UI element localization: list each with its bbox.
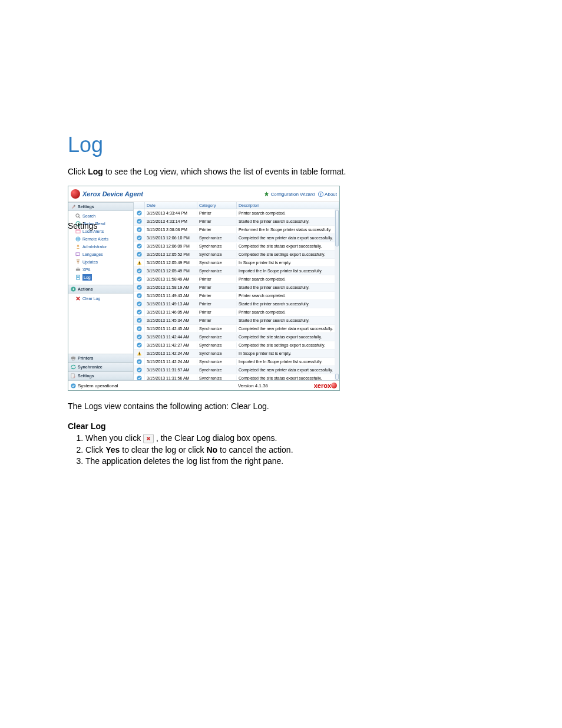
table-row[interactable]: 3/15/2013 2:08:08 PMPrinterPerformed the… xyxy=(134,226,339,234)
nav-item-xpa[interactable]: XPA xyxy=(68,266,133,274)
cell-description: Printer search completed. xyxy=(237,309,339,315)
status-text: System operational xyxy=(78,383,118,388)
updates-icon xyxy=(75,259,81,265)
nav-synchronize[interactable]: Synchronize xyxy=(68,363,133,371)
table-row[interactable]: 3/15/2013 11:49:13 AMPrinterStarted the … xyxy=(134,300,339,308)
table-row[interactable]: 3/15/2013 11:58:49 AMPrinterPrinter sear… xyxy=(134,275,339,284)
nav-item-log[interactable]: Log xyxy=(68,274,133,281)
xerox-brand-logo: xerox xyxy=(314,382,331,389)
cell-category: Printer xyxy=(197,318,237,324)
nav-printers[interactable]: Printers xyxy=(68,354,133,363)
col-description[interactable]: Description xyxy=(237,202,339,209)
info-icon xyxy=(134,366,145,374)
table-row[interactable]: 3/15/2013 12:05:49 PMSynchronizeImported… xyxy=(134,267,339,275)
info-icon xyxy=(134,300,145,308)
col-icon[interactable] xyxy=(134,202,145,209)
info-icon xyxy=(134,358,145,365)
info-icon xyxy=(134,341,145,349)
remote-alerts-icon xyxy=(75,236,81,242)
clear-log-action[interactable]: Clear Log xyxy=(68,295,133,302)
table-row[interactable]: 3/15/2013 12:06:09 PMSynchronizeComplete… xyxy=(134,242,339,251)
cell-description: In Scope printer list is empty. xyxy=(237,351,339,357)
xerox-ball-icon xyxy=(331,383,337,388)
cell-category: Printer xyxy=(197,227,237,233)
table-row[interactable]: 3/15/2013 11:45:34 AMPrinterStarted the … xyxy=(134,317,339,325)
table-row[interactable]: 3/15/2013 11:46:05 AMPrinterPrinter sear… xyxy=(134,308,339,317)
table-row[interactable]: 3/15/2013 11:42:27 AMSynchronizeComplete… xyxy=(134,341,339,350)
warning-icon xyxy=(134,350,145,357)
table-row[interactable]: 3/15/2013 12:05:49 PMSynchronizeIn Scope… xyxy=(134,259,339,267)
cell-date: 3/15/2013 11:42:24 AM xyxy=(145,359,197,365)
cell-category: Synchronize xyxy=(197,268,237,274)
info-icon xyxy=(134,242,145,250)
app-titlebar: Xerox Device Agent Configuration Wizard … xyxy=(68,186,339,202)
svg-point-2 xyxy=(320,192,322,193)
table-row[interactable]: 3/15/2013 11:31:56 AMSynchronizeComplete… xyxy=(134,374,339,380)
table-row[interactable]: 3/15/2013 11:49:43 AMPrinterPrinter sear… xyxy=(134,292,339,300)
info-icon xyxy=(134,325,145,332)
svg-rect-14 xyxy=(76,253,80,256)
svg-rect-3 xyxy=(320,194,321,196)
cell-date: 3/15/2013 11:42:24 AM xyxy=(145,351,197,357)
table-row[interactable]: 3/15/2013 11:58:19 AMPrinterStarted the … xyxy=(134,284,339,292)
table-row[interactable]: 3/15/2013 4:33:14 PMPrinterStarted the p… xyxy=(134,218,339,226)
info-icon xyxy=(134,234,145,242)
cell-date: 3/15/2013 12:05:49 PM xyxy=(145,260,197,266)
cell-category: Printer xyxy=(197,293,237,299)
about-link[interactable]: About xyxy=(318,192,337,197)
table-row[interactable]: 3/15/2013 4:33:44 PMPrinterPrinter searc… xyxy=(134,209,339,218)
xpa-icon xyxy=(75,267,81,272)
page-header: Settings xyxy=(68,221,98,230)
languages-icon xyxy=(75,252,81,257)
config-wizard-link[interactable]: Configuration Wizard xyxy=(264,192,315,197)
info-icon xyxy=(134,317,145,324)
col-category[interactable]: Category xyxy=(197,202,237,209)
cell-date: 3/15/2013 4:33:14 PM xyxy=(145,219,197,225)
cell-category: Printer xyxy=(197,276,237,282)
table-row[interactable]: 3/15/2013 11:42:24 AMSynchronizeImported… xyxy=(134,358,339,366)
cell-date: 3/15/2013 11:31:57 AM xyxy=(145,367,197,373)
scroll-down-button[interactable] xyxy=(335,374,339,380)
nav-item-updates[interactable]: Updates xyxy=(68,258,133,266)
table-row[interactable]: 3/15/2013 12:06:10 PMSynchronizeComplete… xyxy=(134,234,339,242)
step-1: When you click , the Clear Log dialog bo… xyxy=(85,433,494,443)
table-row[interactable]: 3/15/2013 11:31:57 AMSynchronizeComplete… xyxy=(134,366,339,374)
svg-rect-51 xyxy=(139,353,140,354)
sidebar-head-actions[interactable]: Actions xyxy=(68,285,133,294)
step-2: Click Yes to clear the log or click No t… xyxy=(85,445,494,454)
table-row[interactable]: 3/15/2013 11:42:44 AMSynchronizeComplete… xyxy=(134,333,339,341)
nav-item-search[interactable]: Search xyxy=(68,212,133,220)
cell-description: Started the printer search successfully. xyxy=(237,301,339,307)
nav-settings-bottom[interactable]: Settings xyxy=(68,371,133,380)
vertical-scrollbar[interactable] xyxy=(335,209,339,380)
log-icon xyxy=(75,275,81,280)
svg-rect-52 xyxy=(139,354,140,355)
nav-item-administrator[interactable]: Administrator xyxy=(68,243,133,251)
scrollbar-thumb[interactable] xyxy=(335,210,339,246)
nav-item-languages[interactable]: Languages xyxy=(68,251,133,258)
cell-category: Synchronize xyxy=(197,359,237,365)
table-header-row: Date Category Description xyxy=(134,202,339,209)
cell-description: Started the printer search successfully. xyxy=(237,318,339,324)
info-icon xyxy=(134,251,145,258)
page-title: Log xyxy=(68,133,494,157)
cell-date: 3/15/2013 12:05:52 PM xyxy=(145,252,197,258)
nav-item-remote-alerts[interactable]: Remote Alerts xyxy=(68,235,133,243)
info-icon xyxy=(134,374,145,380)
cell-description: Imported the In Scope printer list succe… xyxy=(237,359,339,365)
table-row[interactable]: 3/15/2013 11:42:45 AMSynchronizeComplete… xyxy=(134,325,339,333)
cell-description: Completed the site status export success… xyxy=(237,375,339,381)
info-icon xyxy=(134,209,145,217)
col-date[interactable]: Date xyxy=(145,202,197,209)
actions-nav: Clear Log xyxy=(68,294,133,306)
cell-description: Performed the In Scope printer status su… xyxy=(237,227,339,233)
sidebar-head-settings[interactable]: Settings xyxy=(68,202,133,211)
cell-description: In Scope printer list is empty. xyxy=(237,260,339,266)
cell-date: 3/15/2013 12:05:49 PM xyxy=(145,268,197,274)
status-bar: System operational Version 4.1.36 xerox xyxy=(68,380,339,390)
cell-description: Completed the site settings export succe… xyxy=(237,342,339,348)
table-row[interactable]: 3/15/2013 12:05:52 PMSynchronizeComplete… xyxy=(134,251,339,259)
table-row[interactable]: 3/15/2013 11:42:24 AMSynchronizeIn Scope… xyxy=(134,350,339,358)
cell-category: Printer xyxy=(197,309,237,315)
version-text: Version 4.1.36 xyxy=(192,383,313,388)
